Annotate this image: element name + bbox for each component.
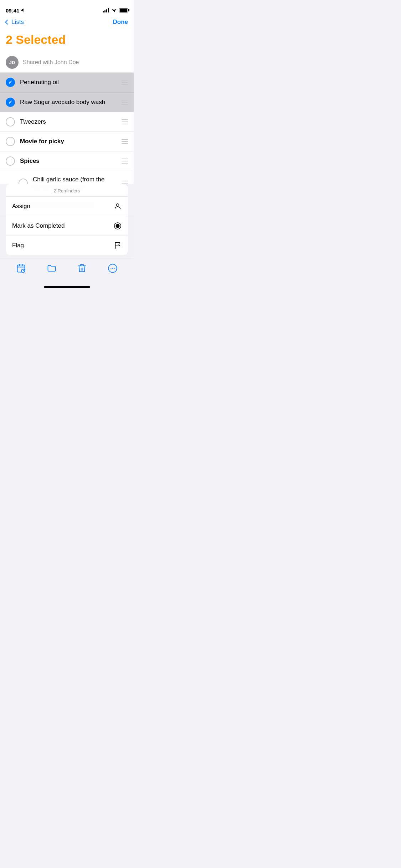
drag-handle-1 xyxy=(122,80,128,85)
flag-icon xyxy=(114,242,122,249)
chevron-left-icon xyxy=(5,20,10,25)
battery-icon xyxy=(119,8,128,12)
svg-point-0 xyxy=(116,204,119,206)
folder-icon xyxy=(47,263,57,273)
home-bar xyxy=(44,286,90,288)
calendar-button[interactable] xyxy=(14,261,28,275)
drag-handle-3 xyxy=(122,119,128,124)
more-button[interactable] xyxy=(106,261,120,275)
item-text-5: Spices xyxy=(20,157,117,165)
wifi-icon xyxy=(111,8,117,12)
checkmark-icon: ✓ xyxy=(8,80,12,85)
check-circle-2[interactable]: ✓ xyxy=(6,98,15,107)
action-sheet: 2 Reminders Assign Mark as Completed Fla… xyxy=(6,184,128,255)
trash-button[interactable] xyxy=(75,261,89,275)
item-text-4: Movie for picky xyxy=(20,138,117,145)
drag-handle-4 xyxy=(122,139,128,144)
more-icon xyxy=(108,263,118,273)
svg-point-13 xyxy=(110,268,111,269)
status-bar: 09:41 xyxy=(0,0,134,16)
flag-action[interactable]: Flag xyxy=(6,236,128,255)
checkmark-icon: ✓ xyxy=(8,100,12,105)
title-section: 2 Selected xyxy=(0,29,134,52)
status-time: 09:41 xyxy=(6,7,19,14)
list-item[interactable]: Spices xyxy=(0,151,134,171)
list-item[interactable]: Tweezers xyxy=(0,112,134,132)
toolbar xyxy=(0,258,134,284)
page-title: 2 Selected xyxy=(6,33,128,47)
list-item[interactable]: ✓ Penetrating oil xyxy=(0,73,134,92)
nav-bar: Lists Done xyxy=(0,16,134,29)
assign-action[interactable]: Assign xyxy=(6,197,128,216)
bottom-overlay: 2 Reminders Assign Mark as Completed Fla… xyxy=(0,184,134,289)
check-circle-1[interactable]: ✓ xyxy=(6,78,15,87)
circle-dot-icon xyxy=(114,222,122,230)
back-button[interactable]: Lists xyxy=(6,19,24,26)
shared-section: JD Shared with John Doe xyxy=(0,52,134,73)
item-text-2: Raw Sugar avocado body wash xyxy=(20,99,117,106)
mark-completed-action[interactable]: Mark as Completed xyxy=(6,216,128,236)
calendar-clock-icon xyxy=(16,263,26,273)
svg-point-15 xyxy=(114,268,115,269)
check-circle-4[interactable] xyxy=(6,137,15,146)
home-indicator xyxy=(0,284,134,289)
mark-completed-label: Mark as Completed xyxy=(12,222,65,229)
check-circle-5[interactable] xyxy=(6,156,15,166)
check-circle-3[interactable] xyxy=(6,117,15,126)
back-label: Lists xyxy=(11,19,24,26)
flag-label: Flag xyxy=(12,242,24,249)
done-button[interactable]: Done xyxy=(113,19,128,26)
list-item[interactable]: ✓ Raw Sugar avocado body wash xyxy=(0,92,134,112)
drag-handle-2 xyxy=(122,100,128,105)
person-icon xyxy=(114,202,122,210)
svg-point-2 xyxy=(116,224,120,228)
trash-icon xyxy=(77,263,87,273)
avatar: JD xyxy=(6,56,19,69)
assign-label: Assign xyxy=(12,203,30,210)
item-text-1: Penetrating oil xyxy=(20,79,117,86)
drag-handle-5 xyxy=(122,159,128,164)
item-text-3: Tweezers xyxy=(20,118,117,125)
shared-text: Shared with John Doe xyxy=(23,59,79,66)
svg-point-14 xyxy=(112,268,113,269)
list-item[interactable]: Movie for picky xyxy=(0,132,134,151)
action-sheet-title: 2 Reminders xyxy=(6,184,128,197)
folder-button[interactable] xyxy=(45,261,59,275)
location-arrow-icon xyxy=(21,8,24,12)
status-icons xyxy=(103,8,128,12)
signal-bars-icon xyxy=(103,8,109,12)
